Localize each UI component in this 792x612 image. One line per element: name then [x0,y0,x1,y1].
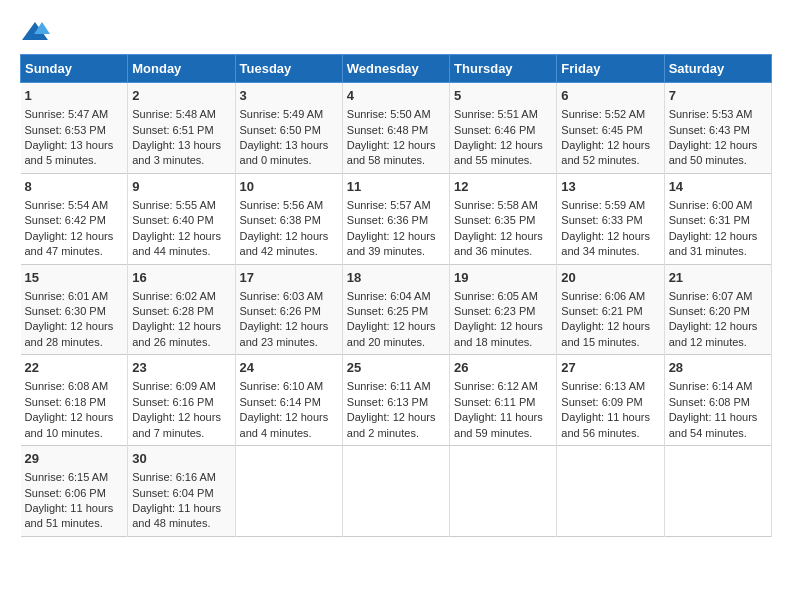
daylight: Daylight: 13 hours and 5 minutes. [25,139,114,166]
day-number: 3 [240,87,338,105]
sunrise: Sunrise: 6:15 AM [25,471,109,483]
day-number: 9 [132,178,230,196]
calendar-week-row: 8Sunrise: 5:54 AMSunset: 6:42 PMDaylight… [21,173,772,264]
sunset: Sunset: 6:04 PM [132,487,213,499]
sunset: Sunset: 6:11 PM [454,396,535,408]
day-number: 8 [25,178,124,196]
sunset: Sunset: 6:06 PM [25,487,106,499]
sunset: Sunset: 6:30 PM [25,305,106,317]
day-number: 2 [132,87,230,105]
daylight: Daylight: 12 hours and 18 minutes. [454,320,543,347]
daylight: Daylight: 11 hours and 51 minutes. [25,502,114,529]
daylight: Daylight: 12 hours and 52 minutes. [561,139,650,166]
calendar-cell [235,446,342,537]
calendar-cell: 20Sunrise: 6:06 AMSunset: 6:21 PMDayligh… [557,264,664,355]
daylight: Daylight: 12 hours and 26 minutes. [132,320,221,347]
sunrise: Sunrise: 6:05 AM [454,290,538,302]
day-number: 27 [561,359,659,377]
sunrise: Sunrise: 6:09 AM [132,380,216,392]
day-number: 5 [454,87,552,105]
calendar-cell [557,446,664,537]
calendar-cell: 16Sunrise: 6:02 AMSunset: 6:28 PMDayligh… [128,264,235,355]
calendar-cell: 5Sunrise: 5:51 AMSunset: 6:46 PMDaylight… [450,83,557,174]
sunset: Sunset: 6:26 PM [240,305,321,317]
calendar-cell: 19Sunrise: 6:05 AMSunset: 6:23 PMDayligh… [450,264,557,355]
sunset: Sunset: 6:20 PM [669,305,750,317]
sunset: Sunset: 6:46 PM [454,124,535,136]
day-number: 26 [454,359,552,377]
sunrise: Sunrise: 6:13 AM [561,380,645,392]
daylight: Daylight: 12 hours and 28 minutes. [25,320,114,347]
day-number: 21 [669,269,767,287]
sunset: Sunset: 6:43 PM [669,124,750,136]
sunset: Sunset: 6:18 PM [25,396,106,408]
day-number: 19 [454,269,552,287]
day-number: 13 [561,178,659,196]
day-number: 22 [25,359,124,377]
sunset: Sunset: 6:42 PM [25,214,106,226]
calendar-header-row: SundayMondayTuesdayWednesdayThursdayFrid… [21,55,772,83]
calendar-cell: 28Sunrise: 6:14 AMSunset: 6:08 PMDayligh… [664,355,771,446]
calendar-cell: 13Sunrise: 5:59 AMSunset: 6:33 PMDayligh… [557,173,664,264]
day-number: 4 [347,87,445,105]
logo-icon [20,20,50,44]
daylight: Daylight: 13 hours and 0 minutes. [240,139,329,166]
calendar-cell [450,446,557,537]
sunset: Sunset: 6:31 PM [669,214,750,226]
day-number: 15 [25,269,124,287]
daylight: Daylight: 12 hours and 50 minutes. [669,139,758,166]
sunrise: Sunrise: 5:50 AM [347,108,431,120]
sunrise: Sunrise: 5:52 AM [561,108,645,120]
sunrise: Sunrise: 6:10 AM [240,380,324,392]
calendar-table: SundayMondayTuesdayWednesdayThursdayFrid… [20,54,772,537]
sunset: Sunset: 6:50 PM [240,124,321,136]
daylight: Daylight: 12 hours and 2 minutes. [347,411,436,438]
day-number: 23 [132,359,230,377]
day-number: 20 [561,269,659,287]
sunrise: Sunrise: 5:56 AM [240,199,324,211]
day-number: 14 [669,178,767,196]
sunset: Sunset: 6:21 PM [561,305,642,317]
sunset: Sunset: 6:09 PM [561,396,642,408]
header [20,20,772,44]
day-number: 29 [25,450,124,468]
header-day-monday: Monday [128,55,235,83]
day-number: 18 [347,269,445,287]
sunset: Sunset: 6:28 PM [132,305,213,317]
calendar-cell: 17Sunrise: 6:03 AMSunset: 6:26 PMDayligh… [235,264,342,355]
calendar-cell: 12Sunrise: 5:58 AMSunset: 6:35 PMDayligh… [450,173,557,264]
sunrise: Sunrise: 6:14 AM [669,380,753,392]
day-number: 30 [132,450,230,468]
calendar-cell: 23Sunrise: 6:09 AMSunset: 6:16 PMDayligh… [128,355,235,446]
sunset: Sunset: 6:08 PM [669,396,750,408]
sunset: Sunset: 6:53 PM [25,124,106,136]
calendar-cell: 3Sunrise: 5:49 AMSunset: 6:50 PMDaylight… [235,83,342,174]
sunrise: Sunrise: 5:55 AM [132,199,216,211]
daylight: Daylight: 11 hours and 54 minutes. [669,411,758,438]
calendar-cell: 15Sunrise: 6:01 AMSunset: 6:30 PMDayligh… [21,264,128,355]
sunset: Sunset: 6:13 PM [347,396,428,408]
sunrise: Sunrise: 5:53 AM [669,108,753,120]
sunset: Sunset: 6:35 PM [454,214,535,226]
daylight: Daylight: 12 hours and 4 minutes. [240,411,329,438]
calendar-week-row: 15Sunrise: 6:01 AMSunset: 6:30 PMDayligh… [21,264,772,355]
day-number: 10 [240,178,338,196]
daylight: Daylight: 12 hours and 10 minutes. [25,411,114,438]
daylight: Daylight: 12 hours and 42 minutes. [240,230,329,257]
calendar-cell: 26Sunrise: 6:12 AMSunset: 6:11 PMDayligh… [450,355,557,446]
sunrise: Sunrise: 5:54 AM [25,199,109,211]
sunrise: Sunrise: 5:59 AM [561,199,645,211]
daylight: Daylight: 13 hours and 3 minutes. [132,139,221,166]
calendar-cell: 27Sunrise: 6:13 AMSunset: 6:09 PMDayligh… [557,355,664,446]
sunrise: Sunrise: 5:48 AM [132,108,216,120]
calendar-cell: 6Sunrise: 5:52 AMSunset: 6:45 PMDaylight… [557,83,664,174]
sunset: Sunset: 6:25 PM [347,305,428,317]
sunset: Sunset: 6:40 PM [132,214,213,226]
calendar-cell: 30Sunrise: 6:16 AMSunset: 6:04 PMDayligh… [128,446,235,537]
sunrise: Sunrise: 6:11 AM [347,380,431,392]
sunrise: Sunrise: 6:04 AM [347,290,431,302]
calendar-cell: 8Sunrise: 5:54 AMSunset: 6:42 PMDaylight… [21,173,128,264]
sunset: Sunset: 6:48 PM [347,124,428,136]
day-number: 25 [347,359,445,377]
daylight: Daylight: 12 hours and 15 minutes. [561,320,650,347]
